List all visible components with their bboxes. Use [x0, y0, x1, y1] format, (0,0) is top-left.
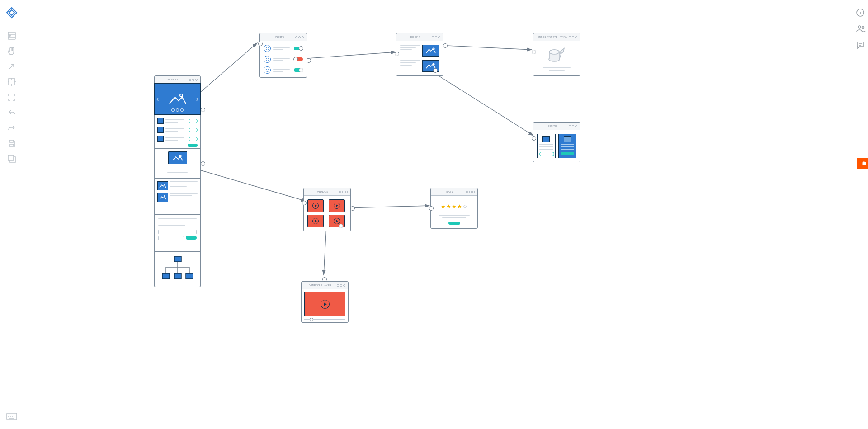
- save-icon[interactable]: [5, 137, 18, 150]
- canvas[interactable]: HEADER ‹ ›: [24, 0, 853, 429]
- card-title: FEEDS: [399, 36, 432, 38]
- svg-point-10: [164, 184, 165, 185]
- hand-icon[interactable]: [5, 45, 18, 57]
- card-title: VIDEOS: [307, 190, 339, 193]
- card-under-construction[interactable]: UNDER CONSTRUCTION: [533, 33, 580, 76]
- card-header-text[interactable]: [154, 215, 201, 252]
- card-header-images[interactable]: [154, 179, 201, 215]
- rating-stars: ★★★★☆: [441, 202, 468, 210]
- export-icon[interactable]: [5, 152, 18, 165]
- titlebar: HEADER: [155, 76, 200, 84]
- svg-point-11: [164, 196, 165, 197]
- card-title: HEADER: [157, 78, 189, 81]
- card-users[interactable]: USERS: [259, 33, 307, 78]
- svg-point-7: [862, 27, 864, 29]
- svg-point-17: [433, 63, 434, 65]
- select-icon[interactable]: [5, 75, 18, 88]
- card-videos-player[interactable]: VIDEOS PLAYER: [301, 281, 349, 323]
- svg-rect-15: [186, 273, 193, 279]
- svg-rect-2: [9, 79, 15, 85]
- undo-icon[interactable]: [5, 106, 18, 119]
- collaborators-icon[interactable]: [856, 24, 866, 34]
- soundcloud-icon[interactable]: [857, 158, 868, 169]
- svg-point-8: [180, 94, 183, 97]
- card-feeds[interactable]: FEEDS: [396, 33, 443, 76]
- right-toolbar: [854, 0, 868, 429]
- card-title: UNDER CONSTRUCTION: [536, 36, 569, 38]
- card-header-display[interactable]: [154, 149, 201, 179]
- card-header-sitemap[interactable]: [154, 252, 201, 287]
- svg-rect-14: [174, 273, 181, 279]
- card-title: USERS: [263, 36, 295, 38]
- svg-rect-12: [174, 256, 181, 262]
- fullscreen-icon[interactable]: [5, 91, 18, 104]
- card-title: RATE: [434, 190, 466, 193]
- svg-rect-13: [162, 273, 170, 279]
- info-icon[interactable]: [856, 8, 866, 18]
- svg-rect-3: [8, 155, 14, 160]
- redo-icon[interactable]: [5, 122, 18, 134]
- wireframes-icon[interactable]: [5, 29, 18, 42]
- card-rate[interactable]: RATE ★★★★☆: [430, 188, 478, 229]
- card-videos[interactable]: VIDEOS: [303, 188, 351, 231]
- svg-point-9: [179, 155, 181, 157]
- logo-icon[interactable]: [5, 5, 19, 20]
- svg-point-1: [9, 35, 10, 36]
- card-title: PRICE: [536, 125, 569, 127]
- left-toolbar: [0, 0, 24, 429]
- card-price[interactable]: PRICE: [533, 122, 580, 162]
- card-title: VIDEOS PLAYER: [304, 284, 337, 287]
- keyboard-icon[interactable]: [5, 410, 18, 423]
- arrow-tool-icon[interactable]: [5, 60, 18, 73]
- comments-icon[interactable]: [856, 41, 866, 51]
- card-header[interactable]: HEADER ‹ ›: [154, 75, 201, 115]
- svg-point-6: [858, 26, 861, 28]
- svg-point-19: [549, 50, 559, 54]
- card-header-list[interactable]: [154, 115, 201, 149]
- svg-point-16: [433, 48, 434, 50]
- svg-rect-4: [7, 413, 17, 420]
